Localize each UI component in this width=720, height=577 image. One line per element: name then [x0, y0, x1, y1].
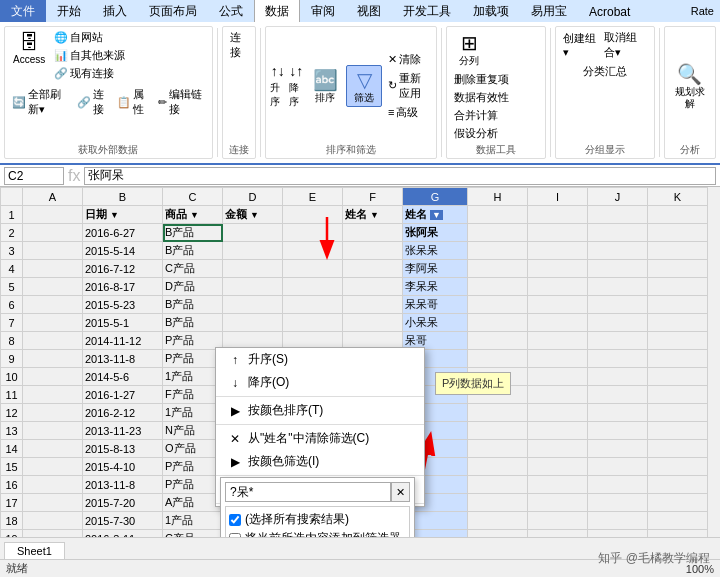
- search-input[interactable]: [225, 482, 391, 502]
- cell-c4[interactable]: C产品: [163, 260, 223, 278]
- col-header-f[interactable]: F: [343, 188, 403, 206]
- btn-splitcol[interactable]: ⊞ 分列: [451, 29, 487, 69]
- cell-k2[interactable]: [648, 224, 708, 242]
- tab-easyuse[interactable]: 易用宝: [520, 0, 578, 22]
- cell-h7[interactable]: [468, 314, 528, 332]
- cell-g5[interactable]: 李呆呆: [403, 278, 468, 296]
- menu-sort-asc[interactable]: ↑ 升序(S): [216, 348, 424, 371]
- menu-color-filter[interactable]: ▶ 按颜色筛选(I): [216, 450, 424, 473]
- col-header-b[interactable]: B: [83, 188, 163, 206]
- cell-d1[interactable]: 金额 ▼: [223, 206, 283, 224]
- btn-subtotal[interactable]: 分类汇总: [580, 63, 630, 80]
- btn-existconn[interactable]: 🔗现有连接: [51, 65, 128, 82]
- btn-access[interactable]: 🗄 Access: [9, 29, 49, 82]
- col-header-e[interactable]: E: [283, 188, 343, 206]
- cell-b1[interactable]: 日期 ▼: [83, 206, 163, 224]
- col-header-i[interactable]: I: [528, 188, 588, 206]
- cell-reference[interactable]: [4, 167, 64, 185]
- cell-g1[interactable]: 姓名 ▼: [403, 206, 468, 224]
- cell-e1[interactable]: [283, 206, 343, 224]
- cell-a3[interactable]: [23, 242, 83, 260]
- formula-input[interactable]: [84, 167, 716, 185]
- col-header-h[interactable]: H: [468, 188, 528, 206]
- btn-othersource[interactable]: 📊自其他来源: [51, 47, 128, 64]
- cell-b3[interactable]: 2015-5-14: [83, 242, 163, 260]
- check-addcurrent[interactable]: 将当前所选内容添加到筛选器: [229, 529, 406, 537]
- menu-sort-desc[interactable]: ↓ 降序(O): [216, 371, 424, 394]
- cell-a8[interactable]: [23, 332, 83, 350]
- tab-review[interactable]: 审阅: [300, 0, 346, 22]
- cell-b7[interactable]: 2015-5-1: [83, 314, 163, 332]
- check-all-input[interactable]: [229, 514, 241, 526]
- cell-f5[interactable]: [343, 278, 403, 296]
- btn-removedup[interactable]: 删除重复项: [451, 71, 512, 88]
- cell-j5[interactable]: [588, 278, 648, 296]
- btn-solver[interactable]: 🔍 规划求解: [669, 60, 711, 112]
- cell-b8[interactable]: 2014-11-12: [83, 332, 163, 350]
- cell-k1[interactable]: [648, 206, 708, 224]
- cell-d4[interactable]: [223, 260, 283, 278]
- cell-k7[interactable]: [648, 314, 708, 332]
- btn-refresh[interactable]: 🔄全部刷新▾: [9, 86, 72, 118]
- cell-f4[interactable]: [343, 260, 403, 278]
- btn-filter[interactable]: ▽ 筛选: [346, 65, 382, 107]
- cell-d6[interactable]: [223, 296, 283, 314]
- cell-a7[interactable]: [23, 314, 83, 332]
- btn-sort[interactable]: 🔤 排序: [307, 66, 343, 106]
- cell-k5[interactable]: [648, 278, 708, 296]
- sheet-tab-1[interactable]: Sheet1: [4, 542, 65, 559]
- btn-connections[interactable]: 🔗连接: [74, 86, 113, 118]
- col-header-a[interactable]: A: [23, 188, 83, 206]
- cell-k3[interactable]: [648, 242, 708, 260]
- check-all[interactable]: (选择所有搜索结果): [229, 510, 406, 529]
- cell-b4[interactable]: 2016-7-12: [83, 260, 163, 278]
- btn-consolidate[interactable]: 合并计算: [451, 107, 512, 124]
- cell-j4[interactable]: [588, 260, 648, 278]
- cell-h1[interactable]: [468, 206, 528, 224]
- cell-d3[interactable]: [223, 242, 283, 260]
- cell-c1[interactable]: 商品 ▼: [163, 206, 223, 224]
- cell-f3[interactable]: [343, 242, 403, 260]
- cell-b6[interactable]: 2015-5-23: [83, 296, 163, 314]
- cell-e6[interactable]: [283, 296, 343, 314]
- cell-g4[interactable]: 李阿呆: [403, 260, 468, 278]
- btn-ungroup[interactable]: 取消组合▾: [601, 29, 650, 61]
- sort-az-icon[interactable]: ↑↓: [271, 63, 285, 79]
- cell-d2[interactable]: [223, 224, 283, 242]
- cell-e5[interactable]: [283, 278, 343, 296]
- cell-i6[interactable]: [528, 296, 588, 314]
- cell-i7[interactable]: [528, 314, 588, 332]
- cell-e3[interactable]: [283, 242, 343, 260]
- cell-a5[interactable]: [23, 278, 83, 296]
- cell-c8[interactable]: P产品: [163, 332, 223, 350]
- col-header-d[interactable]: D: [223, 188, 283, 206]
- menu-color-sort[interactable]: ▶ 按颜色排序(T): [216, 399, 424, 422]
- cell-f2[interactable]: [343, 224, 403, 242]
- btn-editlinks[interactable]: ✏编辑链接: [155, 86, 208, 118]
- cell-i8[interactable]: [528, 332, 588, 350]
- cell-a1[interactable]: [23, 206, 83, 224]
- cell-g3[interactable]: 张呆呆: [403, 242, 468, 260]
- sort-za-icon[interactable]: ↓↑: [289, 63, 303, 79]
- cell-j7[interactable]: [588, 314, 648, 332]
- cell-j1[interactable]: [588, 206, 648, 224]
- cell-e7[interactable]: [283, 314, 343, 332]
- btn-advanced[interactable]: ≡高级: [385, 104, 432, 121]
- cell-i1[interactable]: [528, 206, 588, 224]
- cell-b5[interactable]: 2016-8-17: [83, 278, 163, 296]
- tab-layout[interactable]: 页面布局: [138, 0, 208, 22]
- cell-j6[interactable]: [588, 296, 648, 314]
- btn-validation[interactable]: 数据有效性: [451, 89, 512, 106]
- btn-conn2[interactable]: 连接: [227, 29, 252, 61]
- cell-e4[interactable]: [283, 260, 343, 278]
- cell-b2[interactable]: 2016-6-27: [83, 224, 163, 242]
- btn-whatif[interactable]: 假设分析: [451, 125, 512, 142]
- cell-k8[interactable]: [648, 332, 708, 350]
- cell-c6[interactable]: B产品: [163, 296, 223, 314]
- col-header-g[interactable]: G: [403, 188, 468, 206]
- cell-i5[interactable]: [528, 278, 588, 296]
- cell-g2[interactable]: 张阿呆: [403, 224, 468, 242]
- cell-k6[interactable]: [648, 296, 708, 314]
- cell-c3[interactable]: B产品: [163, 242, 223, 260]
- tab-view[interactable]: 视图: [346, 0, 392, 22]
